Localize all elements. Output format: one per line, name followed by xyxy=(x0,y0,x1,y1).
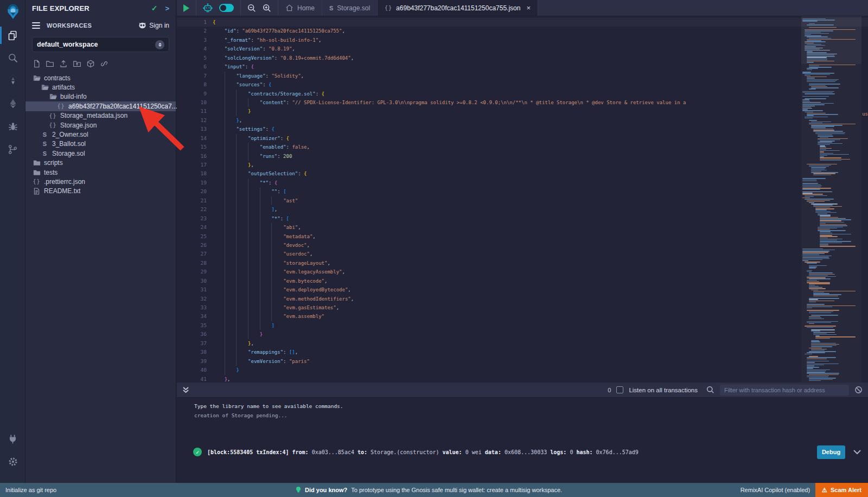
zoom-in-icon[interactable] xyxy=(263,4,271,12)
code-editor[interactable]: 1{2"id": "a69b43f277ba20fcac141151250ca7… xyxy=(177,16,868,383)
tab-label: a69b43f277ba20fcac141151250ca755.json xyxy=(396,4,520,12)
create-folder-icon[interactable] xyxy=(46,60,54,68)
file-icon xyxy=(33,188,41,195)
activity-item-deploy-run[interactable] xyxy=(0,92,25,115)
code-line-31: 31"evm.deployedBytecode", xyxy=(177,285,868,294)
activity-bar xyxy=(0,0,25,483)
tree-item-storage-json[interactable]: {}Storage.json xyxy=(25,120,176,130)
block-slash-icon[interactable] xyxy=(854,386,863,394)
line-number: 33 xyxy=(177,303,213,312)
sign-in-button[interactable]: Sign in xyxy=(138,22,169,29)
activity-item-plugin-manager[interactable] xyxy=(0,428,25,450)
hamburger-menu-icon[interactable] xyxy=(32,21,40,30)
upload-file-icon[interactable] xyxy=(59,60,68,68)
line-number: 14 xyxy=(177,134,213,143)
code-line-26: 26"devdoc", xyxy=(177,241,868,250)
tab-close-icon[interactable]: × xyxy=(526,4,531,12)
tree-item--prettierrc-json[interactable]: {}.prettierrc.json xyxy=(25,177,176,186)
workspaces-row: WORKSPACES Sign in xyxy=(25,18,176,33)
upload-folder-icon[interactable] xyxy=(73,60,81,68)
line-number: 6 xyxy=(177,62,213,71)
chevron-right-icon[interactable]: > xyxy=(165,4,169,12)
line-number: 32 xyxy=(177,295,213,303)
tree-item-scripts[interactable]: scripts xyxy=(25,158,176,168)
activity-item-debugger[interactable] xyxy=(0,115,25,138)
listen-all-label: Listen on all transactions xyxy=(629,387,698,393)
activity-item-file-explorer[interactable] xyxy=(0,24,25,47)
terminal-search-icon[interactable] xyxy=(706,386,714,394)
publish-box-icon[interactable] xyxy=(86,60,95,68)
tree-item-storage-metadata-json[interactable]: {}Storage_metadata.json xyxy=(25,111,176,120)
tree-item-2-owner-sol[interactable]: S2_Owner.sol xyxy=(25,130,176,139)
transaction-log-row[interactable]: ✓ [block:5583405 txIndex:4] from: 0xa03.… xyxy=(193,444,861,460)
zoom-out-icon[interactable] xyxy=(247,4,256,12)
activity-item-search[interactable] xyxy=(0,47,25,69)
line-number: 12 xyxy=(177,116,213,125)
code-line-25: 25"metadata", xyxy=(177,232,868,241)
editor-minimap[interactable] xyxy=(801,16,861,383)
terminal-header: 0 Listen on all transactions xyxy=(177,383,868,398)
listen-all-checkbox[interactable] xyxy=(616,386,623,393)
solidity-icon: S xyxy=(41,131,49,138)
remixai-controls xyxy=(196,0,241,16)
code-line-8: 8"sources": { xyxy=(177,80,868,89)
line-number: 1 xyxy=(177,18,213,27)
folder-closed-icon xyxy=(33,160,41,166)
tx-expand-chevron-icon[interactable] xyxy=(853,449,861,455)
activity-item-settings[interactable] xyxy=(0,450,25,473)
workspace-selected-value: default_workspace xyxy=(37,41,155,48)
tree-item-label: README.txt xyxy=(44,187,80,195)
home-icon xyxy=(285,4,293,12)
tree-item-storage-sol[interactable]: SStorage.sol xyxy=(25,149,176,158)
code-line-2: 2"id": "a69b43f277ba20fcac141151250ca755… xyxy=(177,27,868,35)
code-line-6: 6"input": { xyxy=(177,62,868,71)
tree-item-label: scripts xyxy=(44,159,63,167)
terminal-body[interactable]: Type the library name to see available c… xyxy=(177,398,868,483)
line-number: 21 xyxy=(177,196,213,205)
code-line-28: 28"storageLayout", xyxy=(177,259,868,267)
file-toolbar xyxy=(25,52,176,71)
tree-item-contracts[interactable]: contracts xyxy=(25,73,176,82)
code-line-18: 18"outputSelection": { xyxy=(177,169,868,178)
line-number: 10 xyxy=(177,98,213,107)
activity-item-git[interactable] xyxy=(0,138,25,161)
activity-item-solidity-compiler[interactable] xyxy=(0,69,25,92)
link-icon[interactable] xyxy=(100,60,108,68)
tab-a69b43f277ba20fcac141151250ca755-json[interactable]: {}a69b43f277ba20fcac141151250ca755.json× xyxy=(378,0,538,16)
tip-text: To prototype using the Gnosis safe multi… xyxy=(351,487,562,493)
workspace-select[interactable]: default_workspace xyxy=(32,37,169,52)
run-script-button[interactable] xyxy=(183,4,189,12)
line-number: 23 xyxy=(177,214,213,223)
remixai-toggle[interactable] xyxy=(219,4,234,12)
tree-item-readme-txt[interactable]: README.txt xyxy=(25,187,176,196)
tab-home[interactable]: Home xyxy=(278,0,322,16)
terminal-collapse-icon[interactable] xyxy=(182,386,189,394)
tip-title: Did you know? xyxy=(305,487,347,493)
json-icon: {} xyxy=(49,113,57,119)
debug-button[interactable]: Debug xyxy=(817,445,845,459)
code-line-19: 19"*": { xyxy=(177,179,868,187)
code-line-15: 15"enabled": false, xyxy=(177,143,868,151)
tab-storage-sol[interactable]: SStorage.sol xyxy=(322,0,378,16)
remix-logo-icon[interactable] xyxy=(0,0,25,24)
tree-item-tests[interactable]: tests xyxy=(25,168,176,177)
code-line-1: 1{ xyxy=(177,18,868,27)
tree-item-build-info[interactable]: build-info xyxy=(25,92,176,101)
tree-item-artifacts[interactable]: artifacts xyxy=(25,82,176,92)
git-init-status-item[interactable]: Initialize as git repo xyxy=(0,487,62,493)
folder-open-icon xyxy=(33,75,41,81)
copilot-status-item[interactable]: RemixAI Copilot (enabled) xyxy=(741,487,810,493)
scam-alert-button[interactable]: ⚠ Scam Alert xyxy=(815,483,868,497)
create-file-icon[interactable] xyxy=(33,60,41,68)
tree-item-3-ballot-sol[interactable]: S3_Ballot.sol xyxy=(25,139,176,149)
tree-item-a69b43f277ba20fcac141151250ca7-[interactable]: {}a69b43f277ba20fcac141151250ca7... xyxy=(25,101,176,111)
line-number: 7 xyxy=(177,72,213,80)
code-line-9: 9"contracts/Storage.sol": { xyxy=(177,90,868,98)
line-number: 29 xyxy=(177,267,213,276)
remixai-robot-icon[interactable] xyxy=(203,3,213,12)
line-number: 2 xyxy=(177,27,213,35)
tree-item-label: 2_Owner.sol xyxy=(52,131,88,138)
transaction-filter-input[interactable] xyxy=(720,385,849,396)
terminal-log-line: Type the library name to see available c… xyxy=(177,398,868,411)
json-icon: {} xyxy=(385,5,392,11)
